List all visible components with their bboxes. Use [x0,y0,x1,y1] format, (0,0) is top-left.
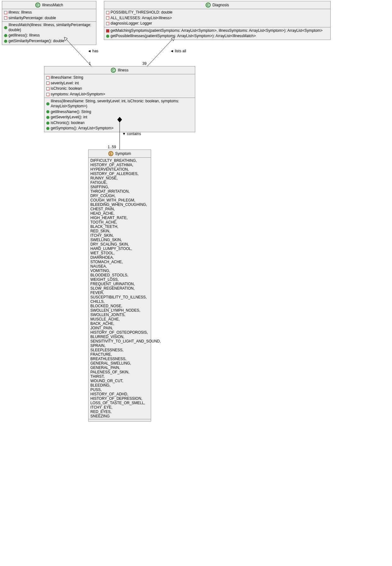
fields-section: illness: Illness similarityPercentage: d… [2,9,96,22]
method: getMatchingSymptoms(patientSymptoms: Arr… [111,28,323,33]
method: getPossibleIllnesses(patientSymptoms: Ar… [111,34,256,39]
multiplicity-listsall: 39 [142,61,146,66]
field: similarityPercentage: double [9,16,56,21]
class-icon: C [206,3,211,8]
field: diagnosisLogger: Logger [111,21,152,26]
class-name: Symptom [115,151,131,156]
method: Illness(illnessName: String, severityLev… [51,99,193,109]
class-header: C IllnessMatch [2,1,96,9]
multiplicity-contains: 1..59 [108,145,116,149]
method: getIllness(): Illness [9,33,40,38]
class-diagnosis: C Diagnosis POSSIBILITY_THRESHOLD: doubl… [104,1,331,40]
field: POSSIBILITY_THRESHOLD: double [111,10,173,15]
class-name: Diagnosis [213,3,229,7]
field: illness: Illness [9,10,32,15]
field: isChronic: boolean [51,86,82,91]
method: getIllnessName(): String [51,110,91,115]
fields-section: POSSIBILITY_THRESHOLD: double ALL_ILLNES… [104,9,330,27]
methods-section: IllnessMatch(illness: Illness, similarit… [2,22,96,44]
class-illness: C Illness illnessName: String severityLe… [44,66,195,132]
class-name: IllnessMatch [42,3,63,7]
enum-symptom: E Symptom DIFFICULTY_BREATHING,HISTORY_O… [88,150,151,422]
methods-section: Illness(illnessName: String, severityLev… [44,98,195,132]
field: ALL_ILLNESSES: ArrayList<Illness> [111,16,172,21]
relation-label-contains: ▼ contains [122,132,141,136]
empty-section [88,419,151,421]
class-header: C Illness [44,66,195,74]
field: illnessName: String [51,75,83,80]
method: getSeverityLevel(): int [51,115,87,120]
fields-section: illnessName: String severityLevel: int i… [44,74,195,98]
class-illnessmatch: C IllnessMatch illness: Illness similari… [2,1,96,45]
enum-values: DIFFICULTY_BREATHING,HISTORY_OF_ASTHMA,H… [88,158,151,419]
multiplicity-has: 1 [89,61,91,66]
class-icon: C [111,68,116,73]
method: IllnessMatch(illness: Illness, similarit… [9,23,94,32]
class-icon: C [35,3,40,8]
class-name: Illness [118,68,128,72]
field: severityLevel: int [51,81,79,86]
method: getSymptoms(): ArrayList<Symptom> [51,126,113,131]
method: getSimilarityPercentage(): double [9,39,64,44]
relation-label-listsall: ◄ lists all [170,49,186,53]
field: symptoms: ArrayList<Symptom> [51,92,105,97]
class-header: E Symptom [88,150,151,158]
class-header: C Diagnosis [104,1,330,9]
enum-icon: E [108,151,113,156]
relation-label-has: ◄ has [88,49,99,53]
method: isChronic(): boolean [51,121,84,126]
methods-section: getMatchingSymptoms(patientSymptoms: Arr… [104,27,330,40]
